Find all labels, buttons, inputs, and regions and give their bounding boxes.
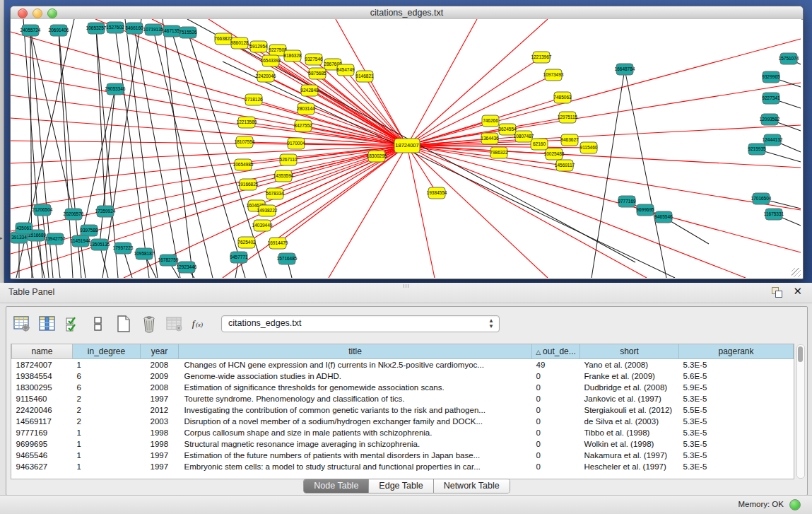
graph-node[interactable]: 16648784 <box>615 64 635 75</box>
table-settings-button[interactable] <box>12 315 31 334</box>
graph-node[interactable]: 10654985 <box>233 159 254 170</box>
graph-node[interactable]: 9115460 <box>580 142 598 153</box>
column-header-name[interactable]: name <box>12 344 73 359</box>
graph-node[interactable]: 7485063 <box>553 92 572 103</box>
column-header-short[interactable]: short <box>580 344 679 359</box>
graph-node[interactable]: 17359924 <box>95 206 116 217</box>
graph-node[interactable]: 16543392 <box>261 55 281 66</box>
table-row[interactable]: 1830029562008Estimation of significance … <box>12 382 794 393</box>
graph-node[interactable]: 11451944 <box>71 235 91 247</box>
graph-node[interactable]: 14938222 <box>257 205 278 216</box>
graph-node[interactable]: 20691406 <box>49 25 69 36</box>
graph-node[interactable]: 18724007 <box>394 139 420 153</box>
table-row[interactable]: 946362711997Embryonic stem cells: a mode… <box>12 461 794 472</box>
new-table-button[interactable] <box>114 315 133 334</box>
graph-node[interactable]: 24055724 <box>20 25 41 36</box>
graph-node[interactable]: 12093582 <box>760 114 780 125</box>
graph-node[interactable]: 14039449 <box>252 220 273 231</box>
graph-node[interactable]: 11675331 <box>764 209 784 220</box>
graph-node[interactable]: 17957223 <box>113 243 134 254</box>
graph-node[interactable]: 8427552 <box>294 120 312 132</box>
graph-node[interactable]: 9860128 <box>230 37 249 49</box>
graph-node[interactable]: 9170004 <box>287 138 305 149</box>
column-header-year[interactable]: year <box>141 344 179 359</box>
graph-node[interactable]: 12213589 <box>237 117 257 128</box>
graph-node[interactable]: 12975115 <box>558 112 578 123</box>
graph-node[interactable]: 10973493 <box>543 69 564 81</box>
select-all-rows-button[interactable] <box>63 315 82 334</box>
graph-node[interactable]: 16914479 <box>268 238 288 249</box>
graph-node[interactable]: 12213967 <box>531 52 552 63</box>
column-header-out_de[interactable]: △out_de... <box>532 344 580 359</box>
graph-node[interactable]: 62160 <box>531 139 548 150</box>
graph-node[interactable]: 9242848 <box>300 85 319 96</box>
function-builder-button[interactable]: f (x) <box>190 315 209 334</box>
graph-node[interactable]: 9463627 <box>560 134 579 146</box>
float-panel-icon[interactable] <box>772 287 782 298</box>
graph-node[interactable]: 12444132 <box>763 134 783 146</box>
graph-node[interactable]: 7625402 <box>237 237 256 248</box>
graph-node[interactable]: 13505135 <box>90 239 110 250</box>
graph-node[interactable]: 9327546 <box>305 54 323 65</box>
graph-node[interactable]: 22420046 <box>256 71 276 82</box>
table-row[interactable]: 1872400712008Changes of HCN gene express… <box>12 359 794 371</box>
table-row[interactable]: 946554611997Estimation of the future num… <box>12 450 794 461</box>
column-header-title[interactable]: title <box>179 344 532 359</box>
delete-table-button[interactable] <box>139 315 158 334</box>
clear-row-selection-button[interactable] <box>88 315 107 334</box>
graph-node[interactable]: 8466160 <box>125 23 143 34</box>
network-window[interactable]: citations_edges.txt 24055724206914061065… <box>10 6 804 279</box>
graph-node[interactable]: 7663822 <box>214 33 233 45</box>
graph-node[interactable]: 5875685 <box>308 68 326 79</box>
graph-node[interactable]: 9465546 <box>654 211 673 223</box>
table-row[interactable]: 977716911998Corpus callosum shape and si… <box>12 427 794 438</box>
panel-divider-grip[interactable] <box>404 284 410 288</box>
graph-node[interactable]: 19384554 <box>427 187 447 199</box>
graph-node[interactable]: 10958187 <box>134 248 155 259</box>
close-panel-icon[interactable]: ✕ <box>793 285 802 298</box>
graph-node[interactable]: 5267110 <box>280 154 298 165</box>
table-vertical-scrollbar[interactable] <box>796 344 805 479</box>
graph-node[interactable]: 10653257 <box>86 23 107 34</box>
graph-node[interactable]: 9227341 <box>762 93 780 104</box>
table-select-dropdown[interactable]: citations_edges.txt ▲▼ <box>221 315 500 332</box>
graph-node[interactable]: 2803144 <box>297 103 315 115</box>
graph-node[interactable]: 17016504 <box>751 193 772 204</box>
graph-node[interactable]: 9397588 <box>80 225 98 236</box>
table-row[interactable]: 1938455462009Genome-wide association stu… <box>12 370 794 382</box>
graph-node[interactable]: 1527602 <box>106 22 124 33</box>
graph-node[interactable]: 5912954 <box>249 41 268 52</box>
graph-node[interactable]: 7515526 <box>179 27 197 38</box>
graph-node[interactable]: 9777169 <box>618 196 636 207</box>
graph-node[interactable]: 9146821 <box>355 71 374 82</box>
graph-node[interactable]: 435061 <box>16 223 33 234</box>
graph-node[interactable]: 10719135 <box>143 24 164 35</box>
column-header-pagerank[interactable]: pagerank <box>679 344 794 359</box>
graph-node[interactable]: 15716485 <box>277 253 298 264</box>
network-canvas[interactable]: 2405572420691406106532571527602846616010… <box>11 19 801 278</box>
graph-node[interactable]: 9457771 <box>230 252 248 263</box>
graph-node[interactable]: 14353594 <box>273 170 294 182</box>
graph-node[interactable]: 13942757 <box>45 233 66 245</box>
graph-node[interactable]: 10807487 <box>514 131 534 142</box>
graph-node[interactable]: 16782759 <box>158 255 179 266</box>
graph-node[interactable]: 29053346 <box>105 83 126 95</box>
graph-node[interactable]: 19166825 <box>238 179 259 190</box>
collapsed-panel-strip[interactable]: ▸ <box>0 0 4 283</box>
graph-node[interactable]: 18300295 <box>367 151 387 162</box>
memory-status-indicator[interactable] <box>789 499 801 510</box>
network-window-titlebar[interactable]: citations_edges.txt <box>11 6 803 20</box>
tab-network-table[interactable]: Network Table <box>434 479 510 493</box>
graph-node[interactable]: 15751074 <box>779 53 799 64</box>
tab-edge-table[interactable]: Edge Table <box>369 479 433 493</box>
graph-node[interactable]: 8454749 <box>336 64 355 76</box>
graph-node[interactable]: 12923446 <box>177 262 197 273</box>
graph-node[interactable]: 746266 <box>482 115 499 127</box>
scrollbar-thumb[interactable] <box>798 346 803 362</box>
graph-node[interactable]: 20206576 <box>64 209 84 220</box>
graph-node[interactable]: 21206504 <box>33 204 53 216</box>
graph-node[interactable]: 9215935 <box>748 144 766 155</box>
tab-node-table[interactable]: Node Table <box>304 479 369 493</box>
table-row[interactable]: 969969511998Structural magnetic resonanc… <box>12 438 794 450</box>
graph-node[interactable]: 9699695 <box>636 204 654 216</box>
